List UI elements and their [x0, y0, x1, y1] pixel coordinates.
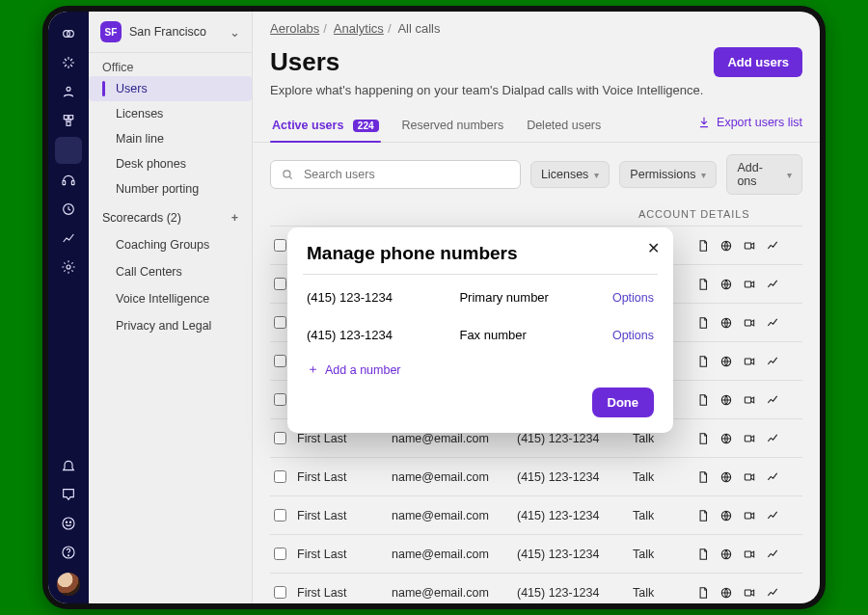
tab-reserved[interactable]: Reserved numbers: [400, 111, 506, 142]
history-icon[interactable]: [54, 197, 83, 222]
trend-icon: [766, 432, 779, 445]
row-icons: [696, 278, 802, 291]
filter-permissions[interactable]: Permissions▾: [619, 161, 717, 188]
analytics-icon[interactable]: [54, 226, 83, 251]
cell-email: name@email.com: [392, 586, 507, 600]
svg-point-1: [68, 31, 74, 38]
table-row: First Last name@email.com (415) 123-1234…: [270, 457, 802, 495]
crumb-aerolabs[interactable]: Aerolabs: [270, 21, 319, 36]
avatar[interactable]: [57, 573, 80, 596]
row-checkbox[interactable]: [274, 278, 286, 290]
row-icons: [696, 355, 802, 368]
svg-rect-23: [745, 359, 750, 364]
file-icon: [696, 470, 710, 484]
row-checkbox[interactable]: [274, 239, 286, 252]
row-checkbox[interactable]: [274, 432, 286, 444]
row-options[interactable]: Options: [812, 470, 820, 484]
file-icon: [696, 393, 710, 407]
row-options[interactable]: Options: [812, 278, 820, 291]
cell-phone: (415) 123-1234: [517, 548, 623, 561]
row-options[interactable]: Options: [812, 509, 820, 522]
nav-coaching[interactable]: Coaching Groups: [89, 230, 252, 257]
nav-item-deskphones[interactable]: Desk phones: [89, 151, 252, 176]
search-icon: [281, 168, 294, 181]
close-icon[interactable]: ✕: [647, 239, 660, 257]
globe-icon: [719, 393, 733, 407]
row-options[interactable]: Options: [812, 316, 820, 330]
nav-item-licenses[interactable]: Licenses: [89, 101, 252, 126]
row-checkbox[interactable]: [274, 470, 286, 483]
row-checkbox[interactable]: [274, 393, 286, 406]
cell-name: First Last: [297, 470, 382, 484]
cell-email: name@email.com: [392, 432, 507, 445]
trend-icon: [766, 586, 779, 600]
logo-icon: [54, 21, 83, 46]
nav-callcenters[interactable]: Call Centers: [89, 257, 252, 284]
org-icon[interactable]: [54, 108, 83, 133]
svg-rect-35: [745, 590, 750, 596]
nav-item-users[interactable]: Users: [89, 76, 252, 101]
row-options[interactable]: Options: [812, 393, 820, 407]
nav-scorecards[interactable]: Scorecards (2): [102, 211, 181, 225]
help-icon[interactable]: [54, 540, 83, 565]
row-options[interactable]: Options: [812, 548, 820, 561]
crumb-analytics[interactable]: Analytics: [334, 21, 384, 36]
svg-point-10: [63, 518, 74, 529]
bell-icon[interactable]: [54, 453, 83, 478]
nav-privacy[interactable]: Privacy and Legal: [89, 311, 252, 338]
active-app-icon[interactable]: [55, 137, 82, 164]
trend-icon: [766, 239, 779, 253]
cell-phone: (415) 123-1234: [517, 432, 623, 445]
search-input[interactable]: [302, 167, 510, 182]
chat-icon[interactable]: [54, 482, 83, 507]
add-users-button[interactable]: Add users: [714, 47, 802, 77]
sparkle-icon[interactable]: [54, 50, 83, 75]
breadcrumb: Aerolabs/ Analytics/ All calls: [253, 12, 820, 36]
globe-icon: [719, 548, 733, 561]
globe-icon: [719, 432, 733, 445]
workspace-picker[interactable]: SF San Francisco ⌄: [89, 12, 252, 53]
number-options[interactable]: Options: [612, 291, 654, 305]
row-checkbox[interactable]: [274, 509, 286, 521]
filter-addons[interactable]: Add-ons▾: [726, 154, 802, 195]
trend-icon: [766, 548, 779, 561]
nav-item-numberporting[interactable]: Number porting: [89, 176, 252, 201]
row-checkbox[interactable]: [274, 316, 286, 329]
svg-rect-31: [745, 513, 750, 519]
filter-licenses[interactable]: Licenses▾: [530, 161, 610, 188]
headset-icon[interactable]: [54, 168, 83, 193]
export-users-link[interactable]: Export users list: [697, 116, 802, 137]
video-icon: [743, 586, 756, 600]
page-subtitle: Explore what's happening on your team's …: [270, 83, 703, 97]
tab-active-users[interactable]: Active users 224: [270, 111, 381, 142]
nav-item-mainline[interactable]: Main line: [89, 126, 252, 151]
nav-voiceintel[interactable]: Voice Intelligence: [89, 284, 252, 311]
video-icon: [743, 470, 756, 484]
cell-phone: (415) 123-1234: [517, 509, 623, 522]
row-options[interactable]: Options: [812, 586, 820, 600]
col-account-details: ACCOUNT DETAILS: [638, 208, 802, 220]
table-row: First Last name@email.com (415) 123-1234…: [270, 495, 802, 534]
tab-deleted[interactable]: Deleted users: [525, 111, 603, 142]
row-checkbox[interactable]: [274, 586, 286, 599]
trend-icon: [766, 355, 779, 368]
row-icons: [696, 586, 802, 600]
add-scorecard-icon[interactable]: +: [231, 211, 238, 225]
add-number-link[interactable]: ＋ Add a number: [307, 354, 654, 380]
search-input-wrap[interactable]: [270, 160, 521, 189]
done-button[interactable]: Done: [592, 388, 655, 417]
number-label: Primary number: [459, 290, 611, 305]
file-icon: [696, 239, 710, 253]
cell-phone: (415) 123-1234: [517, 586, 623, 600]
row-checkbox[interactable]: [274, 548, 286, 560]
row-checkbox[interactable]: [274, 355, 286, 367]
row-options[interactable]: Options: [812, 355, 820, 368]
row-options[interactable]: Options: [812, 432, 820, 445]
person-icon[interactable]: [54, 79, 83, 104]
app-rail: [48, 12, 89, 603]
gear-icon[interactable]: [54, 254, 83, 280]
smile-icon[interactable]: [54, 511, 83, 536]
number-options[interactable]: Options: [612, 329, 654, 342]
row-options[interactable]: Options: [812, 239, 820, 253]
row-icons: [696, 239, 802, 253]
